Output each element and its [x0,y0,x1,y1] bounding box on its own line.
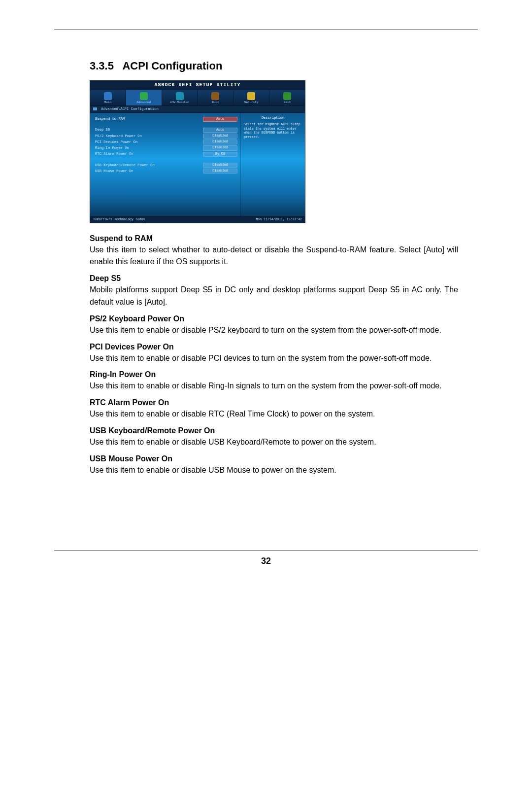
entry-body: Use this item to select whether to auto-… [90,244,458,269]
option-value[interactable]: By OS [203,152,237,157]
entry-title: Suspend to RAM [90,234,458,243]
footer-slogan: Tomorrow's Technology Today [93,218,145,222]
doc-entry: Suspend to RAMUse this item to select wh… [90,234,458,269]
bios-option-ring-in[interactable]: Ring-In Power On Disabled [95,145,237,150]
entry-body: Use this item to enable or disable USB M… [90,464,458,477]
bios-tab-exit[interactable]: Exit [269,90,305,105]
entry-body: Use this item to enable or disable PCI d… [90,352,458,365]
tab-label: H/W Monitor [170,101,190,104]
bios-option-pci-devices[interactable]: PCI Devices Power On Disabled [95,139,237,144]
bios-tab-main[interactable]: Main [90,90,126,105]
option-label: RTC Alarm Power On [95,152,133,156]
footer-datetime: Mon 11/14/2011, 15:22:42 [256,218,302,222]
entry-title: USB Keyboard/Remote Power On [90,426,458,435]
tab-label: Advanced [136,101,151,104]
spacer [95,123,237,127]
option-value[interactable]: Disabled [203,139,237,144]
star-icon [140,92,148,100]
option-label: Ring-In Power On [95,146,129,150]
bottom-rule [54,551,478,551]
bios-option-suspend-to-ram[interactable]: Suspend to RAM Auto [95,117,237,122]
option-label: USB Mouse Power On [95,169,133,173]
entry-body: Mobile platforms support Deep S5 in DC o… [90,284,458,309]
shield-icon [247,92,255,100]
tab-label: Main [104,101,111,104]
entry-title: Ring-In Power On [90,370,458,379]
doc-entry: Deep S5Mobile platforms support Deep S5 … [90,274,458,309]
bios-tab-security[interactable]: Security [233,90,269,105]
doc-entry: USB Keyboard/Remote Power OnUse this ite… [90,426,458,449]
entry-title: PCI Devices Power On [90,343,458,351]
option-label: USB Keyboard/Remote Power On [95,163,155,168]
back-arrow-icon[interactable] [93,107,97,110]
entry-body: Use this item to enable or disable RTC (… [90,408,458,420]
bios-footer: Tomorrow's Technology Today Mon 11/14/20… [90,216,305,223]
top-rule [54,30,478,30]
bios-tab-hwmonitor[interactable]: H/W Monitor [162,90,198,105]
doc-entry: USB Mouse Power OnUse this item to enabl… [90,454,458,477]
power-icon [283,92,291,100]
option-value[interactable]: Disabled [203,134,237,139]
doc-entry: PCI Devices Power OnUse this item to ena… [90,343,458,365]
clock-icon [104,92,112,100]
option-value[interactable]: Disabled [203,145,237,150]
document-page: 3.3.5 ACPI Configuration ASROCK UEFI SET… [0,0,532,586]
entry-title: Deep S5 [90,274,458,283]
entry-title: PS/2 Keyboard Power On [90,314,458,323]
page-number: 32 [54,556,478,566]
entry-title: RTC Alarm Power On [90,398,458,407]
entry-title: USB Mouse Power On [90,454,458,463]
bios-option-deep-s5[interactable]: Deep S5 Auto [95,128,237,133]
bios-options-panel: Suspend to RAM Auto Deep S5 Auto PS/2 Ke… [90,113,240,216]
description-heading: Description [244,116,302,120]
breadcrumb-text: Advanced\ACPI Configuration [101,107,158,111]
doc-entry: PS/2 Keyboard Power OnUse this item to e… [90,314,458,337]
option-label: Deep S5 [95,128,110,132]
tab-label: Boot [212,101,219,104]
bios-tab-advanced[interactable]: Advanced [126,90,162,105]
page-content: 3.3.5 ACPI Configuration ASROCK UEFI SET… [54,60,478,477]
entry-body: Use this item to enable or disable Ring-… [90,380,458,392]
spacer [95,158,237,162]
entries-list: Suspend to RAMUse this item to select wh… [90,234,458,477]
bios-option-rtc-alarm[interactable]: RTC Alarm Power On By OS [95,152,237,157]
bios-breadcrumb: Advanced\ACPI Configuration [90,105,305,113]
bios-description-panel: Description Select the highest ACPI slee… [240,113,305,216]
option-label: PS/2 Keyboard Power On [95,134,142,139]
doc-entry: Ring-In Power OnUse this item to enable … [90,370,458,392]
monitor-icon [176,92,184,100]
bios-tab-bar: Main Advanced H/W Monitor Boot Security [90,90,305,105]
option-value[interactable]: Auto [203,117,237,122]
bios-option-usb-mouse[interactable]: USB Mouse Power On Disabled [95,169,237,173]
option-label: PCI Devices Power On [95,140,137,144]
bios-option-usb-keyboard[interactable]: USB Keyboard/Remote Power On Disabled [95,163,237,168]
option-label: Suspend to RAM [95,117,125,121]
bios-window-title: ASROCK UEFI SETUP UTILITY [90,81,305,90]
section-heading: 3.3.5 ACPI Configuration [90,60,458,72]
bios-tab-boot[interactable]: Boot [198,90,233,105]
section-number: 3.3.5 [90,60,114,72]
section-title: ACPI Configuration [122,60,222,72]
entry-body: Use this item to enable or disable PS/2 … [90,324,458,337]
description-text: Select the highest ACPI sleep state the … [244,123,302,139]
bios-option-ps2-keyboard[interactable]: PS/2 Keyboard Power On Disabled [95,134,237,139]
tab-label: Security [244,101,259,104]
doc-entry: RTC Alarm Power OnUse this item to enabl… [90,398,458,420]
option-value[interactable]: Disabled [203,163,237,168]
option-value[interactable]: Auto [203,128,237,133]
option-value[interactable]: Disabled [203,169,237,173]
bios-screenshot: ASROCK UEFI SETUP UTILITY Main Advanced … [90,80,305,223]
boot-icon [211,92,219,100]
bios-body: Suspend to RAM Auto Deep S5 Auto PS/2 Ke… [90,113,305,216]
tab-label: Exit [284,101,291,104]
entry-body: Use this item to enable or disable USB K… [90,436,458,449]
